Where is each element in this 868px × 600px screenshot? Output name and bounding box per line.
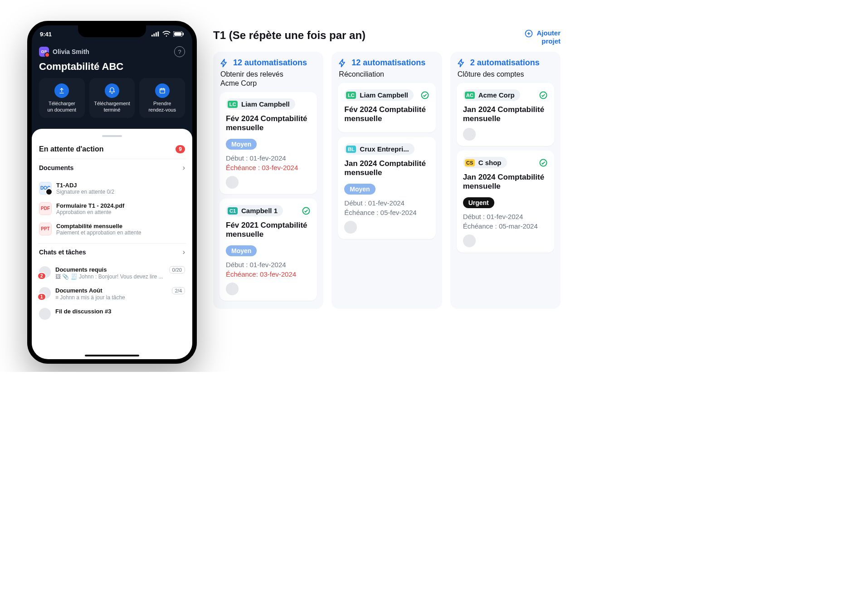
bell-icon [105, 83, 119, 98]
avatar [226, 176, 239, 189]
card-title: Fév 2021 Comptabilité mensuelle [226, 221, 311, 239]
check-circle-icon [420, 91, 429, 100]
calendar-icon [155, 83, 170, 98]
quick-action-upload[interactable]: Téléchargerun document [39, 78, 85, 118]
assignee-chip[interactable]: LC Liam Campbell [226, 98, 295, 110]
document-row[interactable]: DOC T1-ADJ Signature en attente 0/2 [38, 178, 186, 199]
phone-header: OS Olivia Smith ? Comptabilité ABC Téléc… [32, 40, 192, 129]
documents-list: DOC T1-ADJ Signature en attente 0/2PDF F… [38, 178, 186, 239]
card-start-date: Début : 01-fev-2024 [226, 154, 311, 162]
help-button[interactable]: ? [174, 46, 185, 57]
document-status: Signature en attente 0/2 [56, 189, 114, 195]
quick-action-label: Prendrerendez-vous [142, 101, 182, 113]
column-automations[interactable]: 12 automatisations [219, 58, 317, 68]
chat-title: Documents Août [55, 287, 102, 294]
document-title: Comptabilité mensuelle [56, 223, 141, 229]
svg-rect-12 [183, 33, 184, 35]
document-title: Formulaire T1 - 2024.pdf [56, 202, 124, 209]
check-circle-icon [539, 158, 548, 167]
quick-action-label: Téléchargerun document [42, 101, 82, 113]
chat-row[interactable]: Fil de discussion #3 [38, 304, 186, 323]
assignee-name: Liam Campbell [241, 100, 290, 108]
priority-badge: Moyen [226, 139, 257, 150]
chat-row[interactable]: 1 Documents Août 2/4 ≡ Johnn a mis à jou… [38, 283, 186, 304]
chat-title: Documents requis [55, 266, 107, 273]
bolt-icon [338, 59, 347, 68]
svg-rect-11 [174, 32, 181, 36]
task-card[interactable]: LC Liam Campbell Fév 2024 Comptabilité m… [338, 83, 435, 132]
card-title: Jan 2024 Comptabilité mensuelle [463, 173, 548, 191]
sheet-grabber[interactable] [102, 135, 122, 137]
card-title: Jan 2024 Comptabilité mensuelle [344, 159, 429, 177]
check-circle-icon [302, 206, 311, 215]
assignee-initials: LC [228, 101, 238, 108]
column-subtitle: Obtenir des relevés [220, 70, 316, 78]
assignee-chip[interactable]: LC Liam Campbell [344, 89, 414, 101]
svg-point-9 [166, 35, 167, 37]
task-card[interactable]: CS C shop Jan 2024 Comptabilité mensuell… [457, 151, 554, 253]
column-subtitle-secondary: Acme Corp [220, 79, 316, 88]
document-status: Approbation en attente [56, 209, 124, 215]
document-status: Paiement et approbation en attente [56, 229, 141, 236]
pending-count: 9 [176, 145, 185, 153]
quick-action-calendar[interactable]: Prendrerendez-vous [139, 78, 185, 118]
user-avatar-initials: OS [39, 47, 49, 57]
chat-progress: 2/4 [172, 287, 185, 294]
phone-body: En attente d'action 9 Documents › DOC T1… [32, 129, 192, 364]
plus-circle-icon [524, 29, 533, 38]
wifi-icon [162, 30, 171, 38]
file-doc1-icon: DOC [39, 182, 52, 195]
status-time: 9:41 [40, 31, 52, 38]
assignee-initials: AC [465, 92, 475, 99]
quick-action-bell[interactable]: Téléchargementterminé [89, 78, 135, 118]
card-due-date: Échéance: 03-fev-2024 [226, 270, 311, 278]
assignee-chip[interactable]: C1 Campbell 1 [226, 205, 283, 216]
avatar [463, 234, 476, 247]
avatar [344, 221, 357, 234]
assignee-chip[interactable]: CS C shop [463, 157, 507, 168]
task-card[interactable]: LC Liam Campbell Fév 2024 Comptabilité m… [219, 92, 317, 194]
phone-notch [78, 25, 146, 37]
task-card[interactable]: C1 Campbell 1 Fév 2021 Comptabilité mens… [219, 199, 317, 301]
priority-badge: Urgent [463, 197, 494, 208]
avatar [226, 283, 239, 295]
chats-list: 2 Documents requis 0/20 🖼 📎 🧾 Johnn : Bo… [38, 263, 186, 323]
add-project-line1: Ajouter [537, 29, 561, 37]
chat-row[interactable]: 2 Documents requis 0/20 🖼 📎 🧾 Johnn : Bo… [38, 263, 186, 283]
chat-preview: 🖼 📎 🧾 Johnn : Bonjour! Vous devez lire .… [55, 273, 185, 280]
card-start-date: Début : 01-fev-2024 [463, 213, 548, 220]
file-pdf-icon: PDF [39, 202, 52, 215]
check-circle-icon [539, 91, 548, 100]
home-indicator[interactable] [85, 355, 139, 356]
chevron-right-icon: › [183, 164, 185, 172]
documents-section-header[interactable]: Documents › [38, 159, 186, 176]
documents-title: Documents [39, 164, 73, 171]
chat-avatar [39, 308, 51, 320]
assignee-name: C shop [478, 159, 502, 166]
document-row[interactable]: PPT Comptabilité mensuelle Paiement et a… [38, 219, 186, 239]
add-project-button[interactable]: Ajouter projet [524, 29, 561, 45]
pending-section-header[interactable]: En attente d'action 9 [38, 142, 186, 156]
document-row[interactable]: PDF Formulaire T1 - 2024.pdf Approbation… [38, 199, 186, 219]
column-automations[interactable]: 12 automatisations [338, 58, 435, 68]
chats-section-header[interactable]: Chats et tâches › [38, 243, 186, 261]
chat-avatar: 1 [39, 287, 51, 299]
assignee-name: Crux Entrepri... [360, 145, 409, 153]
card-due-date: Échéance : 05-fev-2024 [344, 209, 429, 216]
chat-preview: ≡ Johnn a mis à jour la tâche [55, 294, 185, 301]
workspace-title: Comptabilité ABC [39, 61, 185, 73]
assignee-chip[interactable]: AC Acme Corp [463, 89, 520, 101]
column-automations[interactable]: 2 automatisations [457, 58, 554, 68]
card-title: Fév 2024 Comptabilité mensuelle [344, 105, 429, 123]
quick-actions: Téléchargerun document Téléchargementter… [39, 78, 185, 122]
assignee-chip[interactable]: BL Crux Entrepri... [344, 143, 414, 155]
card-start-date: Début : 01-fev-2024 [344, 199, 429, 207]
svg-rect-6 [154, 34, 155, 36]
task-card[interactable]: BL Crux Entrepri... Jan 2024 Comptabilit… [338, 137, 435, 239]
task-card[interactable]: AC Acme Corp Jan 2024 Comptabilité mensu… [457, 83, 554, 146]
user-chip[interactable]: OS Olivia Smith [39, 47, 89, 57]
chat-progress: 0/20 [169, 266, 185, 273]
document-title: T1-ADJ [56, 182, 114, 189]
priority-badge: Moyen [226, 245, 257, 256]
svg-rect-7 [156, 32, 157, 36]
